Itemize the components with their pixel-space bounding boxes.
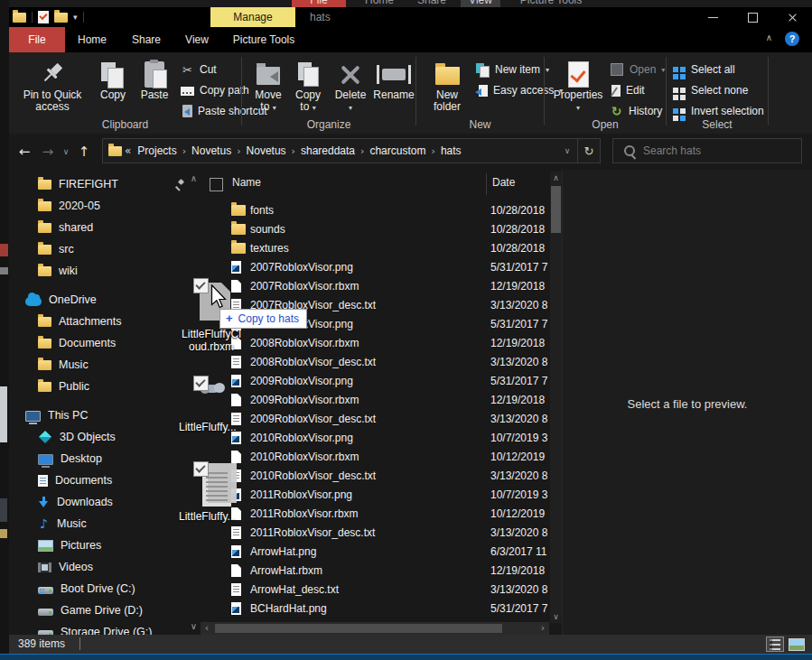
file-row-2011robloxvisor-desc-txt[interactable]: 2011RobloxVisor_desc.txt3/13/2020 8 — [201, 523, 549, 542]
address-dropdown-chevron[interactable]: ∨ — [557, 146, 577, 155]
history-button[interactable]: ↻ History — [610, 102, 662, 120]
manage-contextual-tab[interactable]: Manage — [210, 7, 295, 27]
tab-share[interactable]: Share — [119, 27, 173, 52]
file-row-textures[interactable]: textures10/28/2018 — [201, 238, 549, 257]
sidebar-scroll-down[interactable]: ∨ — [191, 621, 197, 631]
file-row-2011robloxvisor-rbxm[interactable]: 2011RobloxVisor.rbxm10/12/2019 — [201, 504, 549, 523]
sidebar-item-pictures[interactable]: Pictures — [9, 535, 201, 556]
scrollbar-thumb[interactable] — [215, 624, 502, 633]
tab-view[interactable]: View — [173, 27, 220, 52]
refresh-button[interactable]: ↻ — [578, 144, 600, 158]
folder-icon[interactable] — [54, 13, 68, 23]
breadcrumb-projects[interactable]: Projects — [134, 144, 180, 157]
horizontal-scrollbar[interactable]: ‹ › — [201, 622, 549, 635]
file-row-2007robloxvisor-png[interactable]: 2007RobloxVisor.png5/31/2017 7 — [201, 257, 549, 276]
sidebar-item-attachments[interactable]: Attachments — [9, 311, 201, 332]
folder-icon[interactable] — [13, 13, 26, 23]
sidebar-item-onedrive[interactable]: OneDrive — [9, 289, 201, 311]
sidebar-item-videos[interactable]: Videos — [9, 556, 201, 578]
sidebar-scroll-up[interactable]: ∧ — [191, 173, 197, 183]
tab-picture-tools[interactable]: Picture Tools — [220, 27, 307, 52]
file-row-arrowhat-rbxm[interactable]: ArrowHat.rbxm12/19/2018 — [201, 561, 549, 580]
file-row-2011robloxvisor-png[interactable]: 2011RobloxVisor.png10/7/2019 3 — [201, 485, 549, 504]
cut-button[interactable]: ✂ Cut — [181, 60, 217, 79]
breadcrumb-separator-icon[interactable]: › — [290, 145, 297, 157]
file-row-2010robloxvisor-png[interactable]: 2010RobloxVisor.png10/7/2019 3 — [201, 428, 549, 447]
sidebar-item-documents[interactable]: Documents — [9, 332, 201, 354]
maximize-button[interactable] — [733, 7, 772, 27]
file-row-sounds[interactable]: sounds10/28/2018 — [201, 219, 549, 238]
scroll-up-arrow[interactable]: ∧ — [550, 173, 562, 182]
file-row-2010robloxvisor-rbxm[interactable]: 2010RobloxVisor.rbxm10/12/2019 — [201, 447, 549, 466]
sidebar-item-src[interactable]: src — [9, 238, 201, 260]
sidebar-item-music[interactable]: Music — [9, 354, 201, 376]
sidebar-item-public[interactable]: Public — [9, 376, 201, 397]
breadcrumb-hats[interactable]: hats — [437, 144, 465, 157]
select-all-checkbox[interactable] — [210, 178, 223, 191]
search-input[interactable]: Search hats — [612, 138, 802, 163]
pin-to-quick-access-button[interactable]: Pin to Quick access — [14, 55, 90, 116]
tab-file[interactable]: File — [9, 27, 65, 52]
breadcrumb-overflow-icon[interactable]: « — [122, 144, 134, 157]
breadcrumb-novetus[interactable]: Novetus — [188, 144, 235, 157]
checkmark-icon[interactable] — [38, 11, 49, 23]
close-button[interactable] — [772, 7, 812, 27]
scroll-left-arrow[interactable]: ‹ — [201, 622, 213, 635]
breadcrumb-novetus[interactable]: Novetus — [243, 144, 290, 157]
select-all-button[interactable]: Select all — [672, 60, 735, 79]
scrollbar-thumb[interactable] — [551, 186, 561, 233]
file-row-2008robloxvisor-rbxm[interactable]: 2008RobloxVisor.rbxm12/19/2018 — [201, 333, 549, 352]
new-item-button[interactable]: New item ▾ — [476, 60, 549, 79]
sidebar-item-2020-05[interactable]: 2020-05 — [9, 195, 201, 217]
file-row-fonts[interactable]: fonts10/28/2018 — [201, 200, 549, 219]
scroll-down-arrow[interactable]: ∨ — [550, 612, 562, 621]
breadcrumb-separator-icon[interactable]: › — [359, 145, 366, 157]
up-button[interactable]: ↑ — [74, 141, 94, 163]
file-row-2009robloxvisor-desc-txt[interactable]: 2009RobloxVisor_desc.txt3/13/2020 8 — [201, 409, 549, 428]
rename-button[interactable]: Rename — [370, 55, 417, 116]
sidebar-item-wiki[interactable]: wiki — [9, 260, 201, 282]
new-folder-button[interactable]: New folder — [424, 55, 471, 116]
file-row-2009robloxvisor-png[interactable]: 2009RobloxVisor.png5/31/2017 7 — [201, 371, 549, 390]
move-to-button[interactable]: Move to ▾ — [249, 55, 287, 116]
copy-to-button[interactable]: Copy to ▾ — [289, 55, 327, 116]
edit-button[interactable]: Edit — [610, 81, 645, 99]
tab-home[interactable]: Home — [65, 27, 119, 52]
breadcrumb-separator-icon[interactable]: › — [181, 145, 188, 157]
sidebar-item-documents[interactable]: Documents — [9, 469, 201, 491]
sidebar-item-downloads[interactable]: Downloads — [9, 491, 201, 513]
file-row-2008robloxvisor-desc-txt[interactable]: 2008RobloxVisor_desc.txt3/13/2020 8 — [201, 352, 549, 371]
help-button[interactable]: ? — [785, 32, 799, 46]
breadcrumb-shareddata[interactable]: shareddata — [297, 144, 359, 157]
breadcrumb-separator-icon[interactable]: › — [235, 145, 242, 157]
sidebar-item-this-pc[interactable]: This PC — [9, 404, 201, 426]
back-button[interactable]: ← — [14, 141, 34, 163]
breadcrumb-charcustom[interactable]: charcustom — [366, 144, 429, 157]
sidebar-item-storage-drive-g[interactable]: Storage Drive (G:) — [9, 621, 201, 635]
column-header-name[interactable]: Name — [232, 176, 261, 189]
breadcrumb-separator-icon[interactable]: › — [429, 145, 436, 157]
details-view-button[interactable] — [766, 637, 784, 652]
file-row-bchardhat-png[interactable]: BCHardHat.png5/31/2017 7 — [201, 599, 549, 618]
file-row-2007robloxvisor-rbxm[interactable]: 2007RobloxVisor.rbxm12/19/2018 — [201, 276, 549, 295]
minimize-button[interactable] — [693, 7, 733, 27]
invert-selection-button[interactable]: Invert selection — [672, 102, 764, 120]
select-none-button[interactable]: Select none — [672, 81, 748, 99]
scroll-right-arrow[interactable]: › — [537, 622, 549, 635]
file-row-2010robloxvisor-desc-txt[interactable]: 2010RobloxVisor_desc.txt3/13/2020 8 — [201, 466, 549, 485]
thumbnail-view-button[interactable] — [788, 637, 806, 652]
sidebar-item-game-drive-d[interactable]: Game Drive (D:) — [9, 600, 201, 621]
vertical-scrollbar[interactable]: ∧ ∨ — [550, 172, 562, 623]
delete-button[interactable]: Delete▾ — [329, 55, 372, 116]
column-divider[interactable] — [486, 173, 487, 195]
collapse-ribbon-button[interactable]: ∧ — [766, 33, 772, 42]
file-row-arrowhat-desc-txt[interactable]: ArrowHat_desc.txt3/13/2020 8 — [201, 580, 549, 599]
file-row-arrowhat-png[interactable]: ArrowHat.png6/3/2017 11 — [201, 542, 549, 561]
sidebar-item-shared[interactable]: shared — [9, 217, 201, 238]
file-row-2009robloxvisor-rbxm[interactable]: 2009RobloxVisor.rbxm12/19/2018 — [201, 390, 549, 409]
chevron-down-icon[interactable]: ▾ — [73, 13, 78, 22]
sidebar-item-firefight[interactable]: FIREFIGHT — [9, 173, 201, 195]
paste-button[interactable]: Paste — [134, 55, 175, 116]
breadcrumb[interactable]: « Projects›Novetus›Novetus›shareddata›ch… — [102, 138, 601, 163]
copy-button[interactable]: Copy — [92, 55, 134, 116]
